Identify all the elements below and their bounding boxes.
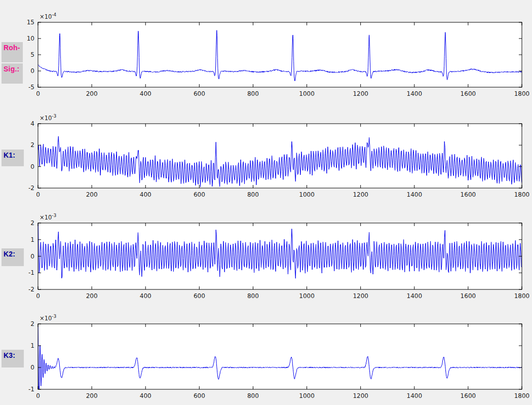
axes-background xyxy=(38,324,522,389)
x-tick-label: 600 xyxy=(194,90,205,97)
row-label-sig: Sig.: xyxy=(2,63,23,84)
x-tick-label: 1200 xyxy=(353,292,368,300)
x-tick-label: 1600 xyxy=(461,191,476,198)
x-tick-label: 800 xyxy=(247,292,259,300)
subplot-k3: 020040060080010001200140016001800-1012×1… xyxy=(28,314,529,399)
axis-exponent-label: ×10-3 xyxy=(40,114,56,122)
y-tick-label: -2 xyxy=(28,185,34,192)
x-tick-label: 1600 xyxy=(461,292,476,300)
row-label-k2: K2: xyxy=(2,248,24,266)
x-tick-label: 600 xyxy=(194,292,205,300)
x-tick-label: 1000 xyxy=(299,392,315,399)
x-tick-label: 200 xyxy=(86,90,98,97)
x-tick-label: 1000 xyxy=(299,90,315,97)
axes-background xyxy=(38,22,522,87)
y-tick-label: 0 xyxy=(30,163,34,170)
x-tick-label: 1200 xyxy=(353,392,368,399)
subplot-roh-sig: 020040060080010001200140016001800-505101… xyxy=(27,12,530,97)
axis-exponent-label: ×10-3 xyxy=(40,213,56,221)
x-tick-label: 200 xyxy=(86,392,98,399)
x-tick-label: 1400 xyxy=(407,292,423,300)
x-tick-label: 1000 xyxy=(299,292,315,300)
x-tick-label: 1800 xyxy=(514,292,530,300)
y-tick-label: 10 xyxy=(27,35,34,42)
x-tick-label: 0 xyxy=(36,191,40,198)
x-tick-label: 1800 xyxy=(514,90,530,97)
y-tick-label: 1 xyxy=(30,342,34,349)
y-tick-label: 15 xyxy=(27,19,34,26)
x-tick-label: 1000 xyxy=(299,191,315,198)
row-label-k1: K1: xyxy=(2,150,24,166)
axis-exponent-label: ×10-4 xyxy=(40,12,57,20)
x-tick-label: 0 xyxy=(36,292,40,300)
x-tick-label: 1600 xyxy=(461,392,476,399)
x-tick-label: 0 xyxy=(36,90,40,97)
x-tick-label: 1400 xyxy=(407,191,423,198)
figure-canvas: 020040060080010001200140016001800-505101… xyxy=(0,0,532,405)
axis-exponent-label: ×10-3 xyxy=(40,314,56,322)
x-tick-label: 1400 xyxy=(407,90,423,97)
x-tick-label: 1200 xyxy=(353,90,368,97)
x-tick-label: 0 xyxy=(36,392,40,399)
y-tick-label: 0 xyxy=(30,364,34,371)
x-tick-label: 400 xyxy=(140,392,151,399)
x-tick-label: 800 xyxy=(247,191,259,198)
x-tick-label: 1800 xyxy=(514,191,530,198)
subplot-k1: 020040060080010001200140016001800-2024×1… xyxy=(28,114,529,198)
y-tick-label: -5 xyxy=(28,84,34,91)
row-label-k3: K3: xyxy=(2,350,24,367)
y-tick-label: 0 xyxy=(30,253,34,260)
plots-svg: 020040060080010001200140016001800-505101… xyxy=(0,0,532,405)
subplot-k2: 020040060080010001200140016001800-2-1012… xyxy=(28,213,529,300)
y-tick-label: 1 xyxy=(30,236,34,243)
x-tick-label: 400 xyxy=(140,191,151,198)
x-tick-label: 800 xyxy=(247,392,259,399)
x-tick-label: 800 xyxy=(247,90,259,97)
y-tick-label: 4 xyxy=(30,120,34,127)
y-tick-label: 2 xyxy=(30,219,34,227)
axes-background xyxy=(38,124,522,188)
x-tick-label: 1400 xyxy=(407,392,423,399)
x-tick-label: 400 xyxy=(140,292,151,300)
x-tick-label: 600 xyxy=(194,191,205,198)
y-tick-label: 2 xyxy=(30,320,34,327)
y-tick-label: -2 xyxy=(28,286,34,293)
y-tick-label: 0 xyxy=(30,67,34,75)
x-tick-label: 1200 xyxy=(353,191,368,198)
y-tick-label: 2 xyxy=(30,141,34,149)
y-tick-label: -1 xyxy=(28,386,34,393)
y-tick-label: 5 xyxy=(30,51,34,58)
x-tick-label: 200 xyxy=(86,191,98,198)
x-tick-label: 200 xyxy=(86,292,98,300)
y-tick-label: -1 xyxy=(28,269,34,276)
x-tick-label: 1800 xyxy=(514,392,530,399)
x-tick-label: 400 xyxy=(140,90,151,97)
x-tick-label: 600 xyxy=(194,392,205,399)
row-label-roh: Roh- xyxy=(2,42,23,62)
x-tick-label: 1600 xyxy=(461,90,476,97)
